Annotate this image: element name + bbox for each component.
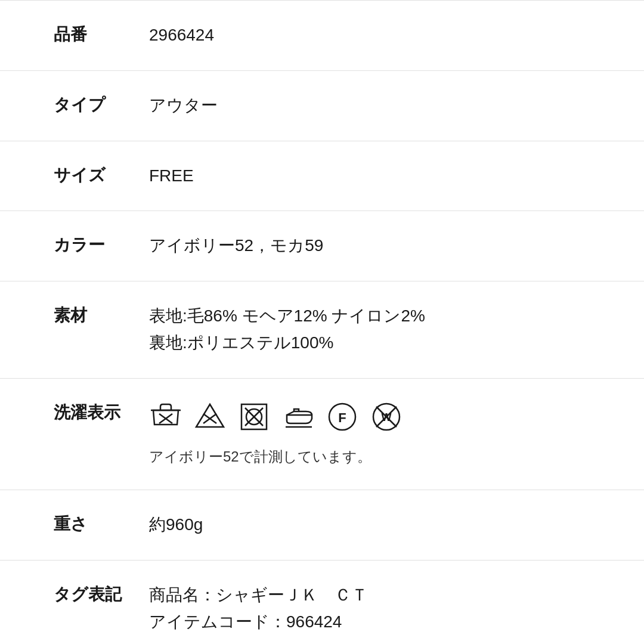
label-tag: タグ表記 — [54, 582, 149, 606]
label-material: 素材 — [54, 303, 149, 327]
row-product-number: 品番 2966424 — [0, 0, 644, 71]
no-tumble-dry-icon — [237, 400, 271, 434]
row-size: サイズ FREE — [0, 141, 644, 212]
value-color: アイボリー52，モカ59 — [149, 233, 590, 259]
product-details-container: 品番 2966424 タイプ アウター サイズ FREE カラー アイボリー52… — [0, 0, 644, 644]
value-size: FREE — [149, 163, 590, 190]
iron-low-icon — [281, 400, 315, 434]
label-care: 洗濯表示 — [54, 400, 149, 424]
value-tag: 商品名：シャギーＪＫ ＣＴ アイテムコード：966424 — [149, 582, 590, 636]
no-bleach-icon — [193, 400, 227, 434]
label-weight: 重さ — [54, 512, 149, 535]
value-weight: 約960g — [149, 512, 590, 538]
no-wash-icon — [149, 400, 182, 434]
care-symbols-group: F W — [149, 400, 590, 434]
dry-clean-f-icon: F — [326, 400, 359, 434]
product-info-table: 品番 2966424 タイプ アウター サイズ FREE カラー アイボリー52… — [0, 0, 644, 644]
label-color: カラー — [54, 233, 149, 256]
value-care: F W アイボリー52で計測しています。 — [149, 400, 590, 468]
value-material: 表地:毛86% モヘア12% ナイロン2% 裏地:ポリエステル100% — [149, 303, 590, 357]
row-type: タイプ アウター — [0, 71, 644, 141]
row-care: 洗濯表示 — [0, 379, 644, 490]
label-size: サイズ — [54, 163, 149, 187]
value-type: アウター — [149, 92, 590, 119]
value-product-number: 2966424 — [149, 22, 590, 49]
label-product-number: 品番 — [54, 22, 149, 46]
label-type: タイプ — [54, 92, 149, 116]
row-color: カラー アイボリー52，モカ59 — [0, 211, 644, 281]
no-wet-clean-icon: W — [370, 400, 403, 434]
row-material: 素材 表地:毛86% モヘア12% ナイロン2% 裏地:ポリエステル100% — [0, 281, 644, 379]
care-note: アイボリー52で計測しています。 — [149, 445, 590, 468]
row-tag: タグ表記 商品名：シャギーＪＫ ＣＴ アイテムコード：966424 — [0, 561, 644, 644]
row-weight: 重さ 約960g — [0, 490, 644, 561]
svg-text:F: F — [338, 410, 346, 425]
